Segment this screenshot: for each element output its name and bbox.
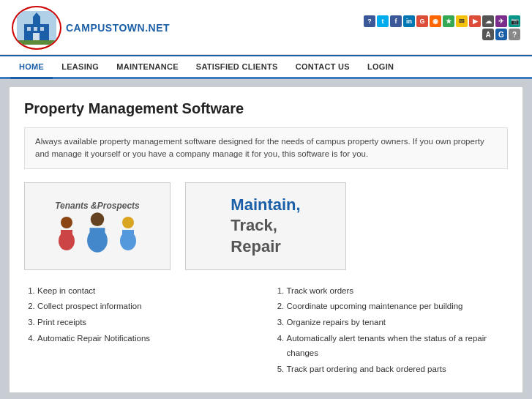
social-linkedin-icon[interactable]: in: [403, 15, 415, 27]
social-email-icon[interactable]: ✉: [456, 15, 468, 27]
list-item: Track work orders: [287, 283, 509, 299]
maintain-image: Maintain, Track, Repair: [223, 190, 307, 262]
nav-maintenance[interactable]: MAINTENANCE: [108, 56, 187, 79]
svg-rect-17: [122, 230, 134, 243]
nav-login[interactable]: LOGIN: [359, 56, 402, 79]
svg-rect-2: [33, 17, 40, 27]
tenants-feature-box: Tenants &Prospects: [24, 182, 171, 270]
tenants-amp: &: [91, 201, 97, 211]
svg-rect-14: [90, 228, 105, 243]
maintain-list-items: Track work orders Coordinate upcoming ma…: [274, 283, 509, 377]
list-item: Track part ordering and back ordered par…: [287, 362, 509, 377]
svg-rect-4: [27, 27, 31, 31]
list-item: Keep in contact: [37, 283, 259, 299]
list-item: Automatic Repair Notifications: [37, 331, 259, 346]
list-item: Print receipts: [37, 315, 259, 330]
tenants-title-text: Tenants &Prospects: [55, 201, 140, 211]
logo-area: CAMPUSTOWN.NET: [12, 6, 170, 50]
social-facebook-icon[interactable]: f: [390, 15, 402, 27]
nav-satisfied-clients[interactable]: SATISFIED CLIENTS: [187, 56, 287, 79]
list-item: Automatically alert tenants when the sta…: [287, 331, 509, 361]
nav-contact[interactable]: CONTACT US: [287, 56, 359, 79]
social-video-icon[interactable]: ▶: [469, 15, 481, 27]
nav-leasing[interactable]: LEASING: [53, 56, 108, 79]
logo-icon: [12, 6, 61, 50]
list-item: Collect prospect information: [37, 299, 259, 314]
google-icon2[interactable]: G: [495, 29, 507, 40]
tenant-figure-2: [82, 211, 113, 253]
list-item: Organize repairs by tenant: [287, 315, 509, 330]
feature-blocks: Tenants &Prospects: [24, 182, 508, 270]
nav-home[interactable]: HOME: [10, 56, 53, 79]
maintain-list: Track work orders Coordinate upcoming ma…: [274, 283, 509, 378]
svg-point-9: [61, 217, 72, 228]
maintain-line2: Track,: [231, 215, 300, 236]
tenants-list-items: Keep in contact Collect prospect informa…: [24, 283, 259, 346]
svg-rect-6: [40, 27, 44, 31]
logo-name[interactable]: CAMPUSTOWN.NET: [66, 22, 170, 34]
maintain-text: Maintain, Track, Repair: [231, 195, 300, 258]
tenants-list: Keep in contact Collect prospect informa…: [24, 283, 259, 378]
svg-point-12: [91, 212, 105, 226]
tenant-figure-1: [54, 215, 79, 252]
page-title: Property Management Software: [24, 100, 508, 117]
svg-rect-11: [61, 230, 72, 243]
building-svg: [17, 11, 56, 45]
social-google-icon[interactable]: G: [416, 15, 428, 27]
svg-rect-5: [34, 27, 37, 31]
header: CAMPUSTOWN.NET ? t f in G ◉ ★ ✉ ▶ ☁ ✈ 📷 …: [0, 0, 532, 55]
social-share-icon[interactable]: ✈: [495, 15, 507, 27]
tenants-image: Tenants &Prospects: [54, 198, 141, 253]
social-t-icon[interactable]: t: [377, 15, 389, 27]
help-icon[interactable]: ?: [509, 29, 520, 40]
nav-bar: HOME LEASING MAINTENANCE SATISFIED CLIEN…: [0, 55, 532, 79]
lists-section: Keep in contact Collect prospect informa…: [24, 283, 508, 378]
maintain-line1: Maintain,: [231, 195, 300, 216]
social-cloud-icon[interactable]: ☁: [482, 15, 494, 27]
intro-box: Always available property management sof…: [24, 127, 508, 169]
maintain-line3: Repair: [231, 236, 300, 258]
intro-text: Always available property management sof…: [35, 137, 484, 158]
social-row2: A G ?: [482, 29, 520, 40]
social-twitter-icon[interactable]: ?: [364, 15, 375, 27]
main-card: Property Management Software Always avai…: [9, 86, 523, 393]
social-star-icon[interactable]: ★: [443, 15, 454, 27]
social-row1: ? t f in G ◉ ★ ✉ ▶ ☁ ✈ 📷: [364, 15, 520, 27]
social-icons: ? t f in G ◉ ★ ✉ ▶ ☁ ✈ 📷 A G ?: [364, 15, 520, 40]
svg-rect-8: [17, 40, 56, 45]
maintain-feature-box: Maintain, Track, Repair: [185, 182, 346, 270]
tenant-figure-3: [116, 215, 141, 252]
social-rss-icon[interactable]: ◉: [430, 15, 441, 27]
logo-text-area: CAMPUSTOWN.NET: [66, 22, 170, 34]
svg-point-15: [122, 217, 134, 228]
list-item: Coordinate upcoming maintenance per buil…: [287, 299, 509, 314]
tenant-figures: [54, 215, 141, 253]
social-camera-icon[interactable]: 📷: [509, 15, 520, 27]
tenants-title: Tenants &Prospects: [55, 198, 140, 211]
accessibility-icon[interactable]: A: [482, 29, 494, 40]
content-wrapper: Property Management Software Always avai…: [0, 79, 532, 399]
